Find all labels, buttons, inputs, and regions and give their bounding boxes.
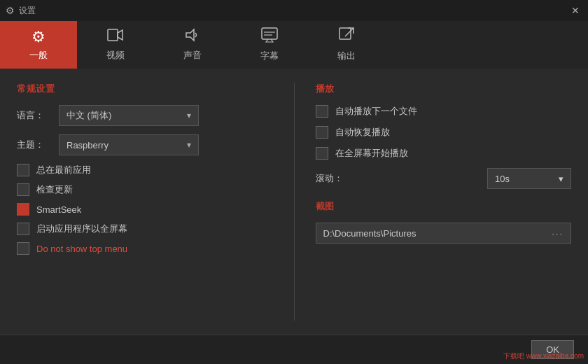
always-top-label: 总在最前应用 [36,164,91,176]
tab-video[interactable]: 视频 [77,21,154,69]
auto-resume-checkbox[interactable] [316,126,328,139]
tab-audio-label: 声音 [183,49,202,62]
theme-label: 主题： [17,139,59,151]
no-top-menu-label: Do not show top menu [36,244,127,254]
svg-rect-0 [108,29,118,41]
check-update-checkbox[interactable] [17,183,29,196]
auto-resume-label: 自动恢复播放 [335,126,390,139]
tab-output-label: 输出 [337,50,356,62]
main-content: 常规设置 语言： 中文 (简体) ▾ 主题： Raspberry ▾ 总在最前应… [0,69,588,335]
watermark: 下载吧 www.xiazaiba.com [503,351,584,361]
theme-chevron-icon: ▾ [187,140,191,150]
svg-rect-2 [262,28,277,39]
tab-subtitle-label: 字幕 [260,50,279,62]
theme-select[interactable]: Raspberry ▾ [59,134,199,155]
screenshot-title: 截图 [316,200,572,213]
output-icon [339,27,354,47]
smart-seek-label: SmartSeek [36,204,81,215]
fullscreen-checkbox[interactable] [17,223,29,235]
scroll-select[interactable]: 10s ▾ [487,168,571,189]
scroll-label: 滚动： [316,172,343,185]
titlebar-title: 设置 [19,5,36,17]
audio-icon [185,28,200,46]
subtitle-icon [261,27,278,47]
general-settings-title: 常规设置 [17,83,273,95]
close-button[interactable]: ✕ [568,4,582,18]
scroll-value: 10s [495,174,510,184]
svg-rect-5 [340,28,351,39]
tab-subtitle[interactable]: 字幕 [231,21,308,69]
svg-line-6 [345,28,354,36]
language-row: 语言： 中文 (简体) ▾ [17,105,273,126]
always-top-checkbox[interactable] [17,164,29,176]
fullscreen-play-checkbox[interactable] [316,147,328,160]
right-panel: 播放 自动播放下一个文件 自动恢复播放 在全屏幕开始播放 滚动： 10s ▾ 截… [295,83,572,321]
general-icon: ⚙ [31,28,46,46]
screenshot-path-row: D:\Documents\Pictures ··· [316,223,572,244]
language-select[interactable]: 中文 (简体) ▾ [59,105,199,126]
scroll-row: 滚动： 10s ▾ [316,168,572,189]
video-icon [107,28,124,46]
footer: OK [0,335,588,364]
tab-output[interactable]: 输出 [308,21,385,69]
auto-next-checkbox[interactable] [316,105,328,118]
smart-seek-checkbox[interactable] [17,203,29,216]
screenshot-path-value: D:\Documents\Pictures [323,228,416,239]
check-update-label: 检查更新 [36,183,73,196]
playback-title: 播放 [316,83,572,95]
auto-next-label: 自动播放下一个文件 [335,105,417,118]
no-top-menu-checkbox[interactable] [17,242,29,255]
theme-row: 主题： Raspberry ▾ [17,134,273,155]
theme-value: Raspberry [66,140,108,150]
fullscreen-play-row: 在全屏幕开始播放 [316,147,572,160]
language-label: 语言： [17,109,59,122]
tabbar: ⚙ 一般 视频 声音 字幕 [0,21,588,69]
browse-button[interactable]: ··· [552,228,564,239]
left-panel: 常规设置 语言： 中文 (简体) ▾ 主题： Raspberry ▾ 总在最前应… [17,83,294,321]
fullscreen-row: 启动应用程序以全屏幕 [17,223,273,235]
fullscreen-label: 启动应用程序以全屏幕 [36,223,127,235]
always-top-row: 总在最前应用 [17,164,273,176]
language-value: 中文 (简体) [66,109,111,122]
screenshot-section: 截图 D:\Documents\Pictures ··· [316,200,572,244]
smart-seek-row: SmartSeek [17,203,273,216]
auto-resume-row: 自动恢复播放 [316,126,572,139]
no-top-menu-row: Do not show top menu [17,242,273,255]
titlebar-left: ⚙ 设置 [6,5,36,17]
titlebar: ⚙ 设置 ✕ [0,0,588,21]
tab-audio[interactable]: 声音 [154,21,231,69]
tab-general-label: 一般 [29,49,48,62]
tab-general[interactable]: ⚙ 一般 [0,21,77,69]
language-chevron-icon: ▾ [187,111,191,120]
check-update-row: 检查更新 [17,183,273,196]
tab-video-label: 视频 [106,49,125,62]
scroll-chevron-icon: ▾ [559,174,564,184]
auto-next-row: 自动播放下一个文件 [316,105,572,118]
fullscreen-play-label: 在全屏幕开始播放 [335,147,408,160]
settings-icon: ⚙ [6,5,15,16]
svg-marker-1 [186,29,194,41]
